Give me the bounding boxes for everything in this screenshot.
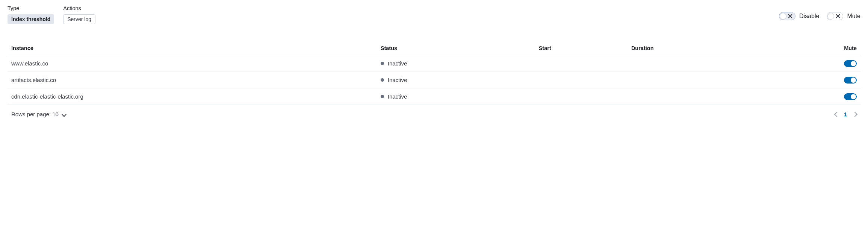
row-mute-switch[interactable] [844, 77, 857, 84]
header-row: Type Index threshold Actions Server log … [8, 5, 860, 24]
actions-badge[interactable]: Server log [63, 14, 95, 24]
mute-label: Mute [847, 13, 860, 20]
next-page-button[interactable] [852, 112, 857, 117]
switch-thumb [851, 61, 856, 66]
status-text: Inactive [388, 77, 407, 83]
actions-block: Actions Server log [63, 5, 95, 24]
cell-status: Inactive [377, 72, 535, 88]
close-icon [788, 14, 792, 18]
mute-switch-group: Mute [827, 12, 860, 20]
cell-instance: cdn.elastic-elastic-elastic.org [8, 88, 377, 105]
pagination: 1 [834, 111, 857, 117]
actions-label: Actions [63, 5, 95, 11]
row-mute-switch[interactable] [844, 93, 857, 100]
cell-mute [766, 55, 860, 72]
close-icon [836, 14, 840, 18]
status-dot-icon [381, 95, 384, 98]
prev-page-button[interactable] [834, 112, 839, 117]
table-row: artifacts.elastic.co Inactive [8, 72, 860, 88]
cell-mute [766, 88, 860, 105]
col-instance[interactable]: Instance [8, 42, 377, 55]
cell-start [535, 88, 628, 105]
disable-switch[interactable] [779, 12, 795, 20]
table-row: www.elastic.co Inactive [8, 55, 860, 72]
cell-duration [628, 55, 766, 72]
cell-duration [628, 72, 766, 88]
cell-status: Inactive [377, 55, 535, 72]
cell-start [535, 72, 628, 88]
type-badge[interactable]: Index threshold [8, 14, 54, 24]
disable-label: Disable [799, 13, 819, 20]
instances-table: Instance Status Start Duration Mute www.… [8, 42, 860, 105]
switch-thumb [827, 13, 834, 20]
status-text: Inactive [388, 93, 407, 100]
type-label: Type [8, 5, 54, 11]
chevron-down-icon [62, 112, 66, 117]
rows-per-page-label: Rows per page: 10 [11, 111, 59, 117]
switch-thumb [851, 94, 856, 99]
cell-duration [628, 88, 766, 105]
header-controls: Disable Mute [779, 5, 860, 20]
mute-switch[interactable] [827, 12, 843, 20]
col-start[interactable]: Start [535, 42, 628, 55]
cell-status: Inactive [377, 88, 535, 105]
status-text: Inactive [388, 60, 407, 67]
cell-instance: artifacts.elastic.co [8, 72, 377, 88]
cell-mute [766, 72, 860, 88]
table-header-row: Instance Status Start Duration Mute [8, 42, 860, 55]
table-row: cdn.elastic-elastic-elastic.org Inactive [8, 88, 860, 105]
col-status[interactable]: Status [377, 42, 535, 55]
disable-switch-group: Disable [779, 12, 819, 20]
col-duration[interactable]: Duration [628, 42, 766, 55]
status-dot-icon [381, 62, 384, 65]
status-dot-icon [381, 78, 384, 82]
rows-per-page-select[interactable]: Rows per page: 10 [11, 111, 66, 117]
type-block: Type Index threshold [8, 5, 54, 24]
row-mute-switch[interactable] [844, 60, 857, 67]
switch-thumb [780, 13, 786, 20]
cell-start [535, 55, 628, 72]
switch-thumb [851, 78, 856, 83]
page-number[interactable]: 1 [844, 111, 847, 117]
col-mute[interactable]: Mute [766, 42, 860, 55]
table-footer: Rows per page: 10 1 [8, 111, 860, 117]
instances-table-wrap: Instance Status Start Duration Mute www.… [8, 42, 860, 117]
cell-instance: www.elastic.co [8, 55, 377, 72]
